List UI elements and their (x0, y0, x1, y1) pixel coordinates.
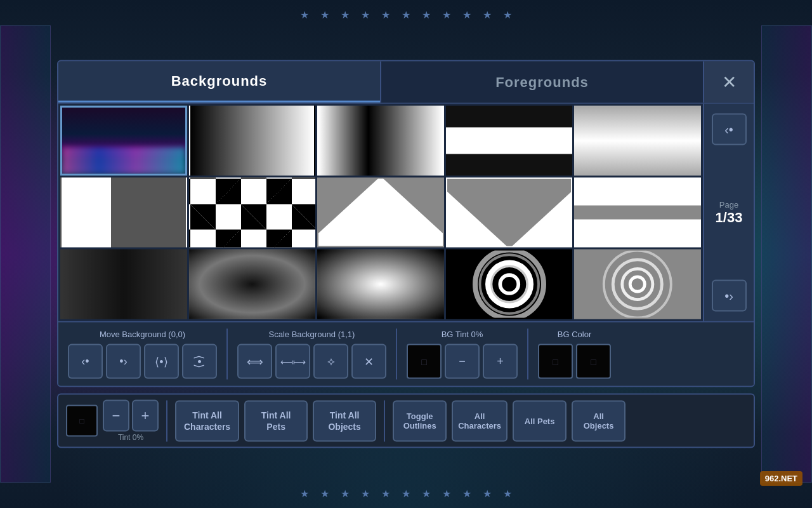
svg-point-4 (622, 269, 653, 299)
all-objects-button[interactable]: All Objects (572, 400, 625, 441)
grid-cell-2[interactable] (189, 106, 316, 176)
all-objects-label: All Objects (584, 411, 614, 431)
tab-row: Backgrounds Foregrounds ✕ (58, 62, 754, 104)
bg-tint-plus-icon: + (497, 355, 504, 368)
star-8: ★ (442, 9, 451, 21)
star-1: ★ (300, 9, 309, 21)
move-bg-section: Move Background (0,0) ‹• •› ⟨•⟩ ⟨•⟩ (68, 330, 217, 379)
grid-cell-9[interactable] (446, 178, 573, 248)
star-10: ★ (483, 9, 492, 21)
tint-all-objects-button[interactable]: Tint All Objects (313, 400, 376, 441)
tint-all-characters-button[interactable]: Tint All Characters (175, 400, 239, 441)
star-b4: ★ (361, 488, 370, 500)
star-3: ★ (341, 9, 350, 21)
page-number: 1/33 (716, 209, 743, 225)
all-characters-label: All Characters (458, 411, 501, 431)
grid-cell-4[interactable] (446, 106, 573, 176)
watermark: 962.NET (760, 471, 802, 486)
tint-all-pets-button[interactable]: Tint All Pets (244, 400, 308, 441)
all-pets-label: All Pets (525, 416, 555, 425)
star-b8: ★ (442, 488, 451, 500)
tint-all-objects-label: Tint All Objects (328, 409, 360, 432)
tint-plus-button[interactable]: + (132, 400, 159, 432)
grid-cell-10[interactable] (574, 178, 701, 248)
tint-all-pets-label: Tint All Pets (261, 409, 291, 432)
toggle-outlines-label: Toggle Outlines (403, 411, 436, 431)
grid-cell-15[interactable] (574, 250, 701, 319)
scale-x-button[interactable]: ✕ (351, 344, 386, 379)
bg-tint-plus-button[interactable]: + (483, 344, 518, 379)
move-left-icon: ‹• (81, 355, 89, 368)
move-left-button[interactable]: ‹• (68, 344, 103, 379)
tint-minus-icon: − (112, 408, 121, 424)
svg-point-3 (631, 277, 645, 291)
nav-panel: ‹• Page 1/33 •› (703, 104, 754, 321)
grid-cell-1[interactable] (60, 106, 187, 176)
star-b10: ★ (483, 488, 492, 500)
all-characters-button[interactable]: All Characters (452, 400, 508, 441)
bg-tint-minus-button[interactable]: − (445, 344, 480, 379)
bg-color-swatch1[interactable] (538, 344, 573, 379)
divider-3 (527, 329, 528, 380)
move-right-icon: •› (119, 355, 127, 368)
grid-cell-14[interactable] (446, 250, 573, 319)
bg-tint-label: BG Tint 0% (442, 330, 483, 339)
move-up-icon: ⟨•⟩ (155, 354, 167, 368)
scale-up2-icon: ⟡ (327, 355, 335, 368)
tab-foregrounds[interactable]: Foregrounds (381, 62, 703, 103)
page-info: Page 1/33 (716, 199, 743, 225)
move-bg-buttons: ‹• •› ⟨•⟩ ⟨•⟩ (68, 344, 217, 379)
page-label: Page (716, 199, 743, 209)
grid-cell-5[interactable] (574, 106, 701, 176)
scale-shrink-button[interactable]: ⟻⟼ (275, 344, 310, 379)
star-b3: ★ (341, 488, 350, 500)
next-page-button[interactable]: •› (712, 280, 747, 312)
left-deco-panel (0, 25, 51, 483)
star-b2: ★ (320, 488, 329, 500)
bg-color-swatch2[interactable] (576, 344, 611, 379)
tint-swatch[interactable] (66, 405, 98, 437)
scale-up2-button[interactable]: ⟡ (313, 344, 348, 379)
svg-point-1 (491, 266, 528, 303)
grid-cell-3[interactable] (317, 106, 444, 176)
grid-cell-6[interactable] (60, 178, 187, 248)
stars-top: ★ ★ ★ ★ ★ ★ ★ ★ ★ ★ ★ (0, 5, 812, 24)
grid-cell-13[interactable] (317, 250, 444, 319)
close-button[interactable]: ✕ (703, 62, 754, 103)
scale-bg-section: Scale Background (1,1) ⟺ ⟻⟼ ⟡ ✕ (237, 330, 386, 379)
star-b11: ★ (503, 488, 512, 500)
bg-tint-swatch[interactable] (407, 344, 442, 379)
star-9: ★ (462, 9, 471, 21)
tint-percentage-label: Tint 0% (118, 433, 143, 442)
bg-color-section: BG Color (538, 330, 611, 379)
controls-bar: Move Background (0,0) ‹• •› ⟨•⟩ ⟨•⟩ (58, 321, 754, 386)
scale-expand-button[interactable]: ⟺ (237, 344, 272, 379)
toggle-outlines-button[interactable]: Toggle Outlines (393, 400, 447, 441)
star-11: ★ (503, 9, 512, 21)
move-right-button[interactable]: •› (106, 344, 141, 379)
all-pets-button[interactable]: All Pets (513, 400, 566, 441)
star-7: ★ (422, 9, 431, 21)
next-page-icon: •› (724, 288, 733, 303)
grid-cell-8[interactable] (317, 178, 444, 248)
prev-page-icon: ‹• (724, 122, 733, 137)
move-bg-label: Move Background (0,0) (100, 330, 185, 339)
svg-point-5 (613, 260, 662, 309)
prev-page-button[interactable]: ‹• (712, 114, 747, 145)
tint-minus-button[interactable]: − (103, 400, 129, 432)
svg-point-0 (500, 275, 518, 293)
grid-cell-7[interactable] (189, 178, 316, 248)
move-up-button[interactable]: ⟨•⟩ (144, 344, 179, 379)
toolbar-divider-1 (166, 400, 167, 441)
scale-bg-label: Scale Background (1,1) (269, 330, 355, 339)
scale-expand-icon: ⟺ (247, 354, 263, 368)
right-deco-panel (761, 25, 812, 483)
bg-color-label: BG Color (558, 330, 591, 339)
move-down-button[interactable]: ⟨•⟩ (182, 344, 217, 379)
grid-cell-12[interactable] (189, 250, 316, 319)
bg-tint-minus-icon: − (459, 355, 466, 368)
star-4: ★ (361, 9, 370, 21)
grid-cell-11[interactable] (60, 250, 187, 319)
tab-backgrounds[interactable]: Backgrounds (58, 62, 380, 103)
scale-x-icon: ✕ (364, 354, 374, 368)
